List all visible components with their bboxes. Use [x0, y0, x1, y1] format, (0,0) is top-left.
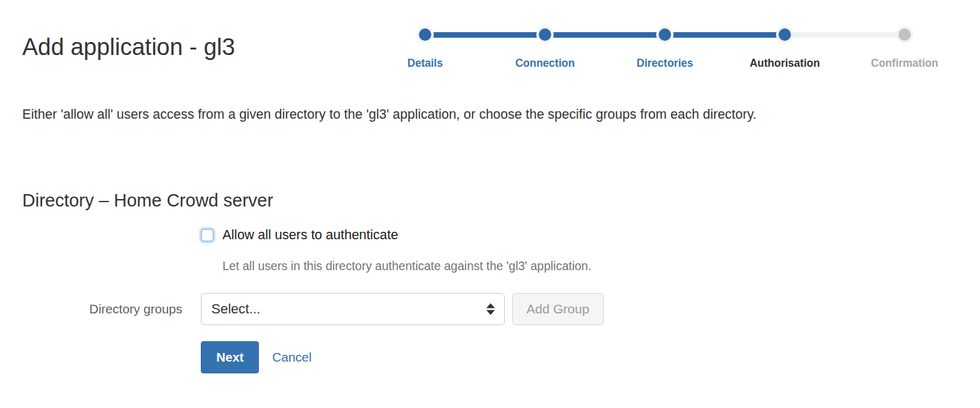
directory-groups-label: Directory groups — [22, 302, 182, 317]
directory-groups-select[interactable]: Select... — [201, 293, 505, 325]
directory-groups-selected-value: Select... — [211, 301, 260, 317]
step-label-connection[interactable]: Connection — [515, 57, 575, 70]
step-details: Details — [365, 25, 485, 70]
intro-description: Either 'allow all' users access from a g… — [22, 102, 912, 127]
step-dot-confirmation — [898, 28, 911, 41]
arrow-up-icon — [486, 304, 495, 308]
step-dot-authorisation — [779, 28, 791, 41]
step-label-details[interactable]: Details — [407, 57, 442, 70]
page-title: Add application - gl3 — [22, 34, 235, 61]
allow-all-label[interactable]: Allow all users to authenticate — [222, 227, 398, 243]
directory-groups-row: Directory groups Select... Add Group — [22, 293, 604, 325]
wizard-actions-row: Next Cancel — [201, 341, 311, 373]
step-confirmation: Confirmation — [845, 25, 965, 70]
allow-all-checkbox[interactable] — [201, 229, 214, 242]
step-dot-connection — [539, 28, 551, 41]
next-button[interactable]: Next — [201, 341, 259, 373]
add-application-wizard-page: Add application - gl3 Details Connection… — [0, 0, 980, 408]
add-group-button[interactable]: Add Group — [512, 293, 604, 325]
progress-steps: Details Connection Directories Authorisa… — [365, 25, 965, 70]
step-directories: Directories — [605, 25, 725, 70]
progress-tracker: Details Connection Directories Authorisa… — [365, 25, 965, 80]
select-spinner-arrows-icon — [486, 304, 495, 315]
arrow-down-icon — [486, 310, 495, 315]
step-label-directories[interactable]: Directories — [636, 57, 693, 70]
step-authorisation: Authorisation — [725, 25, 845, 70]
allow-all-help-text: Let all users in this directory authenti… — [222, 259, 591, 273]
step-connection: Connection — [485, 25, 605, 70]
cancel-link[interactable]: Cancel — [272, 350, 311, 365]
allow-all-row: Allow all users to authenticate — [201, 227, 398, 243]
step-dot-directories — [659, 28, 671, 41]
step-label-authorisation: Authorisation — [750, 57, 820, 70]
directory-section-title: Directory – Home Crowd server — [22, 190, 273, 211]
step-label-confirmation: Confirmation — [871, 57, 939, 70]
step-dot-details — [419, 28, 431, 41]
